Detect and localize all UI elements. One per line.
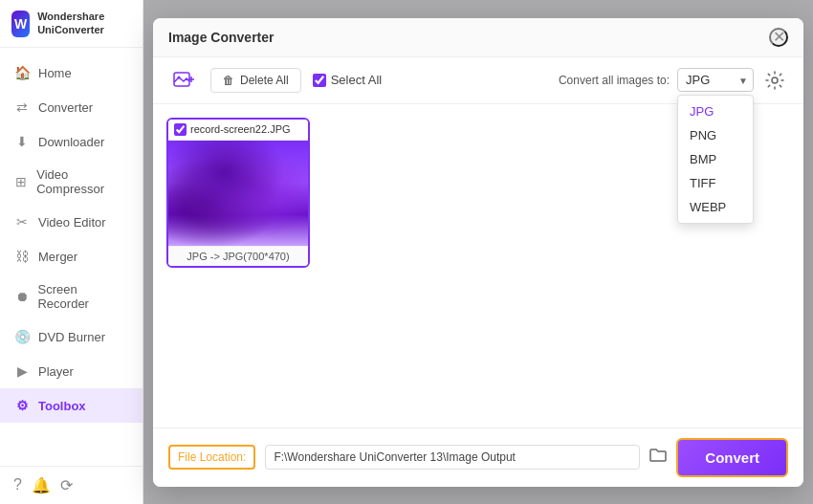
convert-button[interactable]: Convert [676,438,788,477]
notification-icon[interactable]: 🔔 [32,476,51,494]
delete-all-label: Delete All [240,74,289,87]
player-icon: ▶ [13,362,31,380]
image-converter-modal: Image Converter ✕ 🗑 Delete All [153,18,803,487]
sidebar-item-label: Toolbox [38,399,86,413]
format-option-png[interactable]: PNG [678,123,753,147]
modal-footer: File Location: F:\Wondershare UniConvert… [153,427,803,487]
sidebar-item-toolbox[interactable]: ⚙ Toolbox [0,388,143,423]
converter-icon: ⇄ [13,99,31,116]
select-all-checkbox[interactable] [313,74,326,87]
sidebar-item-label: Downloader [38,135,104,149]
select-all-label: Select All [331,73,382,87]
browse-folder-button[interactable] [649,447,667,468]
app-title: Wondershare UniConverter [37,11,131,35]
format-dropdown-list: JPG PNG BMP TIFF WEBP [677,95,754,224]
svg-point-4 [772,77,778,83]
sidebar-item-label: Video Editor [38,215,106,230]
sidebar-item-label: Converter [38,100,93,115]
modal-titlebar: Image Converter ✕ [153,18,803,57]
help-icon[interactable]: ? [13,476,22,494]
video-compressor-icon: ⊞ [13,173,29,190]
sidebar-item-merger[interactable]: ⛓ Merger [0,239,143,274]
merger-icon: ⛓ [13,248,31,265]
toolbar-right: Convert all images to: JPG PNG BMP TIFF … [559,67,788,94]
settings-button[interactable] [761,67,788,94]
image-card-checkbox[interactable] [174,123,187,136]
sidebar-item-label: Home [38,66,72,80]
sidebar-header: W Wondershare UniConverter [0,0,143,48]
delete-all-button[interactable]: 🗑 Delete All [210,68,301,93]
sidebar-item-player[interactable]: ▶ Player [0,354,143,388]
sidebar-item-label: Merger [38,250,77,264]
format-dropdown-wrapper: JPG PNG BMP TIFF WEBP ▼ JPG PNG BMP T [677,68,754,92]
sidebar-item-home[interactable]: 🏠 Home [0,55,143,90]
sidebar-item-label: Player [38,364,74,379]
toolbox-icon: ⚙ [13,397,31,414]
sidebar-item-video-editor[interactable]: ✂ Video Editor [0,205,143,239]
refresh-icon[interactable]: ⟳ [60,476,73,494]
image-caption: JPG -> JPG(700*470) [168,246,308,266]
sidebar-footer: ? 🔔 ⟳ [0,466,143,504]
sidebar-item-label: Screen Recorder [37,282,129,311]
convert-label: Convert [705,449,759,466]
sidebar-item-video-compressor[interactable]: ⊞ Video Compressor [0,159,143,205]
add-image-button[interactable] [168,65,199,96]
modal-toolbar: 🗑 Delete All Select All Convert all imag… [153,57,803,104]
home-icon: 🏠 [13,64,31,81]
downloader-icon: ⬇ [13,133,31,150]
image-preview [168,141,308,246]
video-editor-icon: ✂ [13,213,31,230]
sidebar-item-screen-recorder[interactable]: ⏺ Screen Recorder [0,274,143,319]
sidebar-item-label: DVD Burner [38,330,105,344]
format-option-bmp[interactable]: BMP [678,147,753,171]
add-image-icon [172,69,195,92]
sidebar-item-dvd-burner[interactable]: 💿 DVD Burner [0,319,143,354]
convert-all-images-label: Convert all images to: [559,74,670,87]
main-content: Image Converter ✕ 🗑 Delete All [143,0,813,504]
sidebar-navigation: 🏠 Home ⇄ Converter ⬇ Downloader ⊞ Video … [0,48,143,466]
format-option-jpg[interactable]: JPG [678,99,753,123]
image-card-header: record-screen22.JPG [168,120,308,141]
folder-icon [649,447,667,464]
format-option-webp[interactable]: WEBP [678,195,753,219]
file-path-select[interactable]: F:\Wondershare UniConverter 13\Image Out… [265,445,640,470]
modal-close-button[interactable]: ✕ [769,28,788,47]
flower-background [168,141,308,246]
sidebar: W Wondershare UniConverter 🏠 Home ⇄ Conv… [0,0,143,504]
format-select[interactable]: JPG PNG BMP TIFF WEBP [677,68,754,92]
trash-icon: 🗑 [223,74,234,87]
sidebar-item-downloader[interactable]: ⬇ Downloader [0,124,143,159]
sidebar-item-converter[interactable]: ⇄ Converter [0,90,143,124]
format-option-tiff[interactable]: TIFF [678,171,753,195]
file-location-label: File Location: [168,445,255,470]
image-card: record-screen22.JPG JPG -> JPG(700*470) [166,118,310,268]
screen-recorder-icon: ⏺ [13,288,30,305]
select-all-checkbox-label[interactable]: Select All [313,73,382,87]
image-card-filename: record-screen22.JPG [190,123,291,135]
modal-overlay: Image Converter ✕ 🗑 Delete All [143,0,813,504]
dvd-burner-icon: 💿 [13,328,31,345]
sidebar-item-label: Video Compressor [36,167,129,196]
settings-icon [765,71,784,90]
app-logo: W [11,11,30,37]
modal-title: Image Converter [168,30,274,45]
